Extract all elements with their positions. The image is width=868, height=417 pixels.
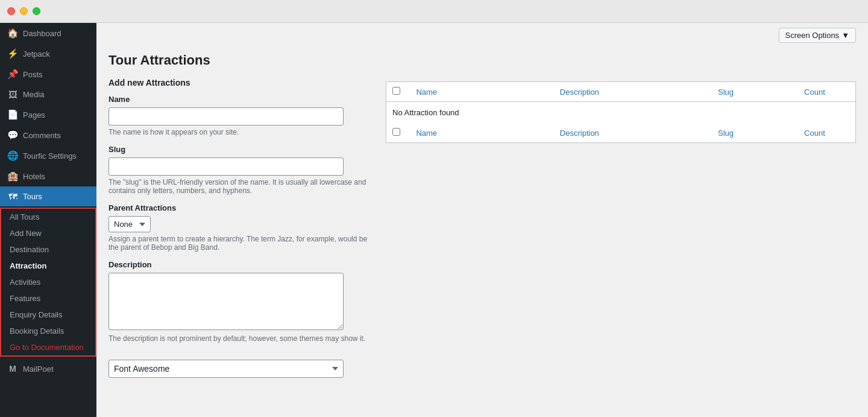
sidebar-item-jetpack[interactable]: ⚡ Jetpack — [0, 43, 96, 64]
submenu-item-enquiry-details[interactable]: Enquiry Details — [1, 307, 95, 323]
submenu-item-add-new[interactable]: Add New — [1, 225, 95, 241]
description-group: Description The description is not promi… — [108, 260, 374, 343]
name-group: Name The name is how it appears on your … — [108, 95, 374, 136]
parent-hint: Assign a parent term to create a hierarc… — [108, 235, 374, 252]
submenu-item-activities[interactable]: Activities — [1, 274, 95, 290]
screen-options-arrow: ▼ — [841, 31, 849, 40]
posts-icon: 📌 — [7, 69, 18, 80]
name-input[interactable] — [108, 107, 344, 126]
select-all-footer-checkbox[interactable] — [392, 128, 400, 136]
col-footer-checkbox — [386, 123, 410, 143]
name-hint: The name is how it appears on your site. — [108, 128, 374, 136]
icon-select[interactable]: Font Awesome — [108, 360, 344, 378]
col-header-slug[interactable]: Slug — [712, 82, 798, 102]
select-all-checkbox[interactable] — [392, 87, 400, 95]
add-new-section-title: Add new Attractions — [108, 78, 374, 88]
parent-select[interactable]: None — [108, 216, 151, 232]
submenu-item-booking-details[interactable]: Booking Details — [1, 323, 95, 339]
description-hint: The description is not prominent by defa… — [108, 334, 374, 343]
sidebar: 🏠 Dashboard ⚡ Jetpack 📌 Posts 🖼 Media 📄 … — [0, 23, 96, 417]
mailpoet-icon: M — [7, 364, 18, 374]
titlebar — [0, 0, 868, 23]
submenu-item-destination[interactable]: Destination — [1, 241, 95, 258]
col-header-description[interactable]: Description — [554, 82, 712, 102]
traffic-light-green[interactable] — [33, 7, 40, 15]
sidebar-item-dashboard[interactable]: 🏠 Dashboard — [0, 23, 96, 43]
sidebar-item-posts[interactable]: 📌 Posts — [0, 64, 96, 84]
sidebar-item-mailpoet[interactable]: M MailPoet — [0, 359, 96, 378]
sidebar-item-hotels[interactable]: 🏨 Hotels — [0, 166, 96, 186]
tours-icon: 🗺 — [7, 191, 18, 202]
col-footer-name[interactable]: Name — [410, 123, 553, 143]
sidebar-item-label: Comments — [23, 131, 61, 140]
app-container: 🏠 Dashboard ⚡ Jetpack 📌 Posts 🖼 Media 📄 … — [0, 23, 868, 417]
traffic-light-yellow[interactable] — [20, 7, 28, 15]
sidebar-item-label: Posts — [23, 70, 43, 79]
sidebar-item-label: Dashboard — [23, 29, 61, 38]
no-items-row: No Attraction found — [386, 102, 856, 124]
attractions-table: Name Description Slug Count No Attractio… — [386, 81, 856, 143]
pages-icon: 📄 — [7, 109, 18, 120]
description-textarea[interactable] — [108, 273, 344, 330]
table-header-row: Name Description Slug Count — [386, 82, 856, 102]
dashboard-icon: 🏠 — [7, 28, 18, 39]
table-panel: Name Description Slug Count No Attractio… — [386, 81, 856, 386]
parent-group: Parent Attractions None Assign a parent … — [108, 203, 374, 252]
submenu-item-go-to-docs[interactable]: Go to Documentation — [1, 339, 95, 355]
sidebar-item-label: Tourfic Settings — [23, 151, 77, 161]
col-footer-description[interactable]: Description — [554, 123, 712, 143]
sidebar-item-label: Pages — [23, 110, 45, 119]
form-panel: Tour Attractions Add new Attractions Nam… — [108, 53, 374, 386]
screen-options-button[interactable]: Screen Options ▼ — [779, 28, 856, 43]
jetpack-icon: ⚡ — [7, 48, 18, 59]
parent-select-wrap: None — [108, 216, 374, 232]
description-label: Description — [108, 260, 374, 269]
sidebar-item-tourfic-settings[interactable]: 🌐 Tourfic Settings — [0, 145, 96, 166]
submenu-item-all-tours[interactable]: All Tours — [1, 209, 95, 225]
table-footer-row: Name Description Slug Count — [386, 123, 856, 143]
col-footer-count[interactable]: Count — [798, 123, 855, 143]
sidebar-item-label: Jetpack — [23, 49, 50, 59]
sidebar-item-comments[interactable]: 💬 Comments — [0, 125, 96, 145]
tourfic-icon: 🌐 — [7, 150, 18, 161]
icon-group: Font Awesome — [108, 351, 374, 378]
slug-label: Slug — [108, 145, 374, 154]
sidebar-item-tours[interactable]: 🗺 Tours — [0, 186, 96, 206]
col-header-count[interactable]: Count — [798, 82, 855, 102]
parent-label: Parent Attractions — [108, 203, 374, 212]
sidebar-item-label: MailPoet — [23, 364, 54, 374]
screen-options-bar: Screen Options ▼ — [96, 23, 868, 43]
col-header-checkbox — [386, 82, 410, 102]
tours-submenu: All Tours Add New Destination Attraction… — [0, 208, 96, 357]
main-content: Screen Options ▼ Tour Attractions Add ne… — [96, 23, 868, 417]
slug-group: Slug The "slug" is the URL-friendly vers… — [108, 145, 374, 195]
name-label: Name — [108, 95, 374, 104]
sidebar-item-label: Media — [23, 90, 44, 99]
content-area: Tour Attractions Add new Attractions Nam… — [96, 43, 868, 396]
page-title: Tour Attractions — [108, 53, 374, 68]
media-icon: 🖼 — [7, 89, 18, 100]
slug-input[interactable] — [108, 158, 344, 176]
col-header-name[interactable]: Name — [410, 82, 553, 102]
sidebar-item-pages[interactable]: 📄 Pages — [0, 104, 96, 125]
no-items-message: No Attraction found — [386, 102, 856, 124]
sidebar-item-label: Hotels — [23, 172, 45, 181]
slug-hint: The "slug" is the URL-friendly version o… — [108, 178, 374, 195]
hotels-icon: 🏨 — [7, 171, 18, 182]
screen-options-label: Screen Options — [785, 31, 840, 40]
comments-icon: 💬 — [7, 130, 18, 141]
col-footer-slug[interactable]: Slug — [712, 123, 798, 143]
submenu-item-attraction[interactable]: Attraction — [1, 258, 95, 274]
submenu-item-features[interactable]: Features — [1, 290, 95, 307]
sidebar-item-media[interactable]: 🖼 Media — [0, 84, 96, 104]
traffic-light-red[interactable] — [7, 7, 15, 15]
sidebar-item-label: Tours — [23, 192, 42, 201]
